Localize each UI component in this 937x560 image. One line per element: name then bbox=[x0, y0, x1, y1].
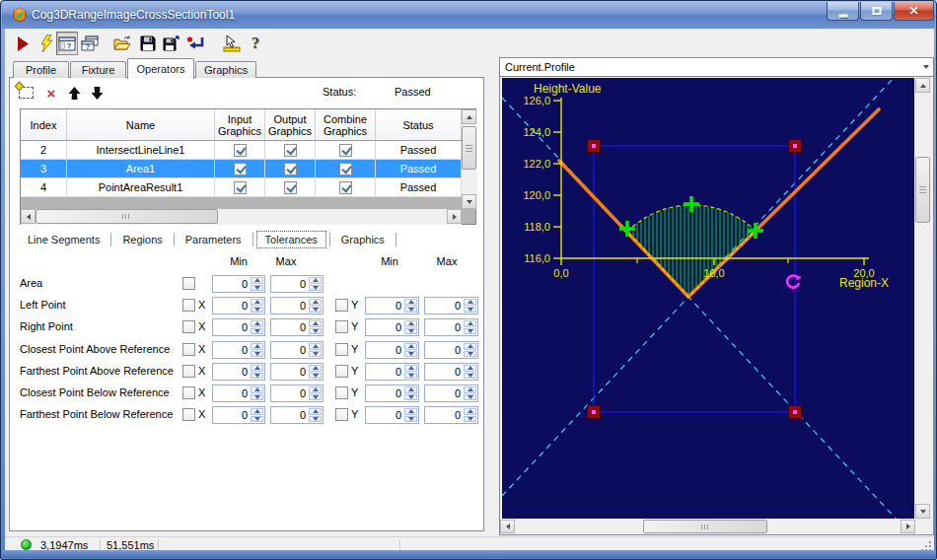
tol-y-min-spinner[interactable]: 0 bbox=[365, 297, 419, 315]
move-operator-down-button[interactable] bbox=[87, 83, 107, 103]
spin-up-button[interactable] bbox=[251, 320, 263, 327]
output-graphics-checkbox[interactable] bbox=[265, 141, 316, 159]
spin-down-button[interactable] bbox=[464, 416, 476, 423]
spinner-value[interactable]: 0 bbox=[368, 300, 401, 312]
spin-down-button[interactable] bbox=[404, 373, 417, 380]
tol-x-max-spinner[interactable]: 0 bbox=[270, 406, 324, 424]
float-tool-editor-button[interactable]: ? bbox=[79, 32, 101, 55]
electric-setup-button[interactable] bbox=[221, 32, 243, 55]
scrollbar-thumb[interactable] bbox=[915, 157, 930, 223]
spin-down-button[interactable] bbox=[309, 416, 322, 423]
spin-up-button[interactable] bbox=[464, 299, 476, 306]
spin-up-button[interactable] bbox=[309, 277, 322, 284]
tol-enable-x-checkbox[interactable] bbox=[182, 299, 195, 312]
delete-operator-button[interactable]: × bbox=[41, 83, 61, 103]
spin-down-button[interactable] bbox=[309, 285, 322, 292]
tol-enable-x-checkbox[interactable] bbox=[182, 386, 195, 399]
open-file-button[interactable] bbox=[111, 32, 133, 55]
spinner-value[interactable]: 0 bbox=[427, 366, 461, 378]
spinner-value[interactable]: 0 bbox=[273, 321, 306, 333]
help-button[interactable]: ? bbox=[245, 32, 266, 55]
spin-up-button[interactable] bbox=[464, 320, 476, 327]
tol-y-max-spinner[interactable]: 0 bbox=[424, 318, 478, 336]
spinner-value[interactable]: 0 bbox=[273, 300, 306, 312]
spin-up-button[interactable] bbox=[404, 386, 417, 393]
tol-x-max-spinner[interactable]: 0 bbox=[270, 297, 324, 315]
tol-enable-x-checkbox[interactable] bbox=[182, 408, 195, 421]
tol-x-min-spinner[interactable]: 0 bbox=[212, 385, 265, 402]
spin-down-button[interactable] bbox=[251, 394, 263, 401]
scroll-down-button[interactable] bbox=[462, 194, 476, 209]
spin-down-button[interactable] bbox=[404, 351, 417, 358]
tol-x-max-spinner[interactable]: 0 bbox=[270, 318, 324, 336]
tab-graphics[interactable]: Graphics bbox=[195, 61, 256, 78]
column-header-name[interactable]: Name bbox=[67, 109, 215, 140]
title-bar[interactable]: Cog3DRangeImageCrossSectionTool1 ✕ bbox=[2, 1, 935, 29]
scroll-down-button[interactable] bbox=[915, 504, 930, 519]
scroll-right-button[interactable] bbox=[447, 209, 462, 224]
tol-x-min-spinner[interactable]: 0 bbox=[212, 318, 265, 336]
tol-x-min-spinner[interactable]: 0 bbox=[212, 341, 265, 359]
scrollbar-thumb[interactable] bbox=[643, 520, 767, 533]
tol-enable-x-checkbox[interactable] bbox=[182, 320, 195, 333]
subtab-parameters[interactable]: Parameters bbox=[178, 232, 250, 247]
tol-enable-x-checkbox[interactable] bbox=[182, 365, 195, 378]
spin-down-button[interactable] bbox=[251, 307, 263, 314]
spinner-value[interactable]: 0 bbox=[427, 387, 461, 399]
close-button[interactable]: ✕ bbox=[894, 2, 934, 21]
tol-enable-y-checkbox[interactable] bbox=[335, 365, 348, 378]
output-graphics-checkbox[interactable] bbox=[265, 160, 316, 177]
tol-y-max-spinner[interactable]: 0 bbox=[424, 406, 478, 424]
spin-up-button[interactable] bbox=[464, 408, 476, 415]
spin-up-button[interactable] bbox=[251, 343, 263, 350]
scroll-left-button[interactable] bbox=[21, 209, 36, 224]
spin-down-button[interactable] bbox=[309, 351, 322, 358]
spinner-value[interactable]: 0 bbox=[215, 278, 248, 290]
tol-x-max-spinner[interactable]: 0 bbox=[270, 385, 324, 402]
spin-down-button[interactable] bbox=[464, 394, 476, 401]
tol-y-min-spinner[interactable]: 0 bbox=[365, 341, 419, 359]
spin-down-button[interactable] bbox=[404, 307, 417, 314]
tol-x-min-spinner[interactable]: 0 bbox=[212, 275, 265, 293]
spin-down-button[interactable] bbox=[251, 416, 263, 423]
spin-up-button[interactable] bbox=[251, 277, 263, 284]
spin-down-button[interactable] bbox=[464, 328, 476, 335]
minimize-button[interactable] bbox=[827, 2, 859, 21]
spin-up-button[interactable] bbox=[464, 386, 476, 393]
subtab-tolerances[interactable]: Tolerances bbox=[256, 231, 326, 248]
spinner-value[interactable]: 0 bbox=[427, 321, 461, 333]
combine-graphics-checkbox[interactable] bbox=[316, 160, 376, 177]
spinner-value[interactable]: 0 bbox=[273, 344, 306, 356]
spin-up-button[interactable] bbox=[309, 386, 322, 393]
spin-down-button[interactable] bbox=[251, 285, 263, 292]
plot-vertical-scrollbar[interactable] bbox=[915, 78, 931, 519]
spin-up-button[interactable] bbox=[251, 408, 263, 415]
spin-up-button[interactable] bbox=[464, 343, 476, 350]
tol-x-max-spinner[interactable]: 0 bbox=[270, 341, 324, 359]
tab-fixture[interactable]: Fixture bbox=[70, 61, 126, 78]
spin-up-button[interactable] bbox=[404, 320, 417, 327]
spinner-value[interactable]: 0 bbox=[427, 300, 461, 312]
spinner-value[interactable]: 0 bbox=[215, 321, 248, 333]
tol-enable-x-checkbox[interactable] bbox=[182, 343, 195, 356]
spinner-value[interactable]: 0 bbox=[215, 409, 248, 421]
tol-y-max-spinner[interactable]: 0 bbox=[424, 297, 478, 315]
tol-enable-y-checkbox[interactable] bbox=[335, 408, 348, 421]
grid-row-IntersectLineLine1[interactable]: 2IntersectLineLine1Passed bbox=[21, 141, 462, 160]
scroll-right-button[interactable] bbox=[901, 520, 915, 533]
tol-x-min-spinner[interactable]: 0 bbox=[212, 363, 265, 381]
spin-down-button[interactable] bbox=[464, 373, 476, 380]
combine-graphics-checkbox[interactable] bbox=[316, 178, 376, 196]
tol-enable-y-checkbox[interactable] bbox=[335, 320, 348, 333]
spin-up-button[interactable] bbox=[309, 320, 322, 327]
tol-y-min-spinner[interactable]: 0 bbox=[365, 363, 419, 381]
tol-enable-y-checkbox[interactable] bbox=[335, 299, 348, 312]
spin-up-button[interactable] bbox=[251, 299, 263, 306]
new-operator-button[interactable] bbox=[16, 83, 36, 103]
output-graphics-checkbox[interactable] bbox=[265, 178, 316, 196]
spin-up-button[interactable] bbox=[464, 365, 476, 372]
spin-up-button[interactable] bbox=[309, 299, 322, 306]
tol-x-min-spinner[interactable]: 0 bbox=[212, 297, 265, 315]
spin-down-button[interactable] bbox=[404, 416, 417, 423]
tol-x-max-spinner[interactable]: 0 bbox=[270, 275, 324, 293]
